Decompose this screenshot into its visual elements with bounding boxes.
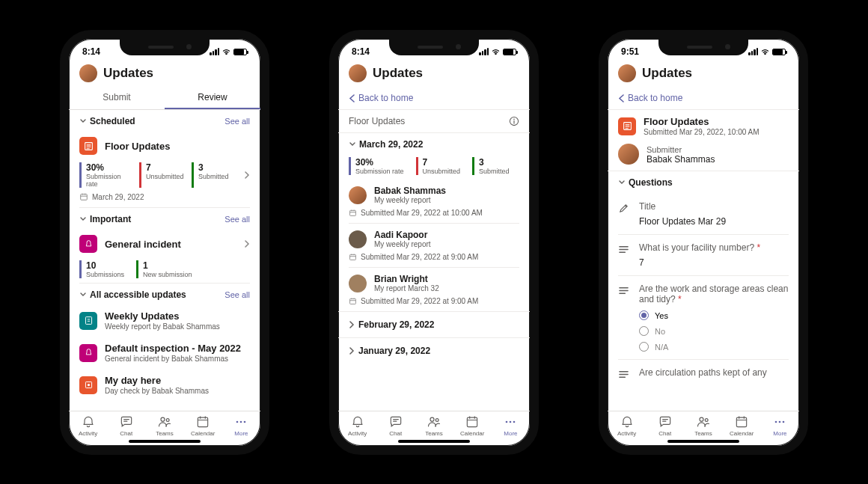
svg-point-24: [705, 419, 708, 422]
list-item-my-day[interactable]: My day here Day check by Babak Shammas: [79, 369, 250, 401]
inspection-icon: [79, 344, 97, 362]
seeall-important[interactable]: See all: [224, 215, 250, 224]
svg-rect-15: [350, 298, 356, 304]
chevron-right-icon: [349, 347, 355, 355]
nav-activity[interactable]: Activity: [69, 414, 107, 437]
svg-point-8: [236, 421, 239, 423]
nav-calendar[interactable]: Calendar: [723, 414, 761, 437]
tab-review[interactable]: Review: [165, 87, 260, 109]
question-circulation: Are circulation paths kept of any: [608, 360, 799, 380]
submission-meta: Submitted Mar 29, 2022 at 9:00 AM: [349, 297, 519, 305]
back-to-home[interactable]: Back to home: [338, 87, 530, 109]
nav-activity[interactable]: Activity: [608, 414, 646, 437]
question-title: Title Floor Updates Mar 29: [608, 194, 799, 234]
notch: [658, 39, 748, 55]
info-icon[interactable]: [509, 116, 519, 126]
submitter-avatar: [618, 144, 639, 165]
stat-unsubmitted: 7Unsubmitted: [416, 157, 461, 175]
month-february[interactable]: February 29, 2022: [338, 312, 530, 337]
date-group-head[interactable]: March 29, 2022: [338, 133, 530, 154]
incident-title: General incident: [105, 239, 236, 250]
svg-point-6: [166, 419, 169, 422]
floor-updates-icon: [79, 137, 97, 155]
svg-point-26: [775, 421, 777, 423]
questions-head[interactable]: Questions: [608, 171, 799, 194]
seeall-accessible[interactable]: See all: [224, 290, 250, 299]
nav-teams[interactable]: Teams: [415, 414, 453, 437]
section-important-head: Important See all: [69, 208, 260, 229]
chevron-left-icon: [349, 94, 355, 102]
svg-rect-7: [198, 417, 208, 427]
nav-chat[interactable]: Chat: [646, 414, 684, 437]
signal-icon: [479, 48, 489, 55]
nav-calendar[interactable]: Calendar: [184, 414, 222, 437]
pencil-icon: [618, 203, 630, 214]
svg-point-4: [87, 384, 89, 386]
calendar-icon: [79, 192, 88, 201]
nav-teams[interactable]: Teams: [145, 414, 183, 437]
avatar: [349, 230, 367, 248]
chevron-down-icon: [79, 117, 87, 125]
nav-more[interactable]: More: [222, 414, 260, 437]
weekly-updates-icon: [79, 312, 97, 330]
user-avatar[interactable]: [79, 64, 97, 82]
floor-updates-title: Floor Updates: [105, 141, 250, 152]
radio-yes[interactable]: Yes: [639, 310, 789, 320]
submission-brian[interactable]: Brian WrightMy report March 32 Submitted…: [338, 268, 530, 311]
svg-point-17: [435, 419, 438, 422]
svg-rect-14: [350, 254, 356, 260]
battery-icon: [233, 49, 247, 55]
card-general-incident[interactable]: General incident 10Submissions 1New subm…: [69, 229, 260, 283]
text-icon: [618, 285, 630, 296]
radio-no[interactable]: No: [639, 326, 789, 336]
svg-point-28: [783, 421, 785, 423]
list-item-default-inspection[interactable]: Default inspection - May 2022 General in…: [79, 337, 250, 369]
stat-submissions: 10Submissions: [79, 260, 124, 278]
clock: 8:14: [82, 46, 100, 57]
floor-updates-icon: [618, 117, 636, 135]
app-title: Updates: [642, 66, 692, 81]
home-indicator: [129, 440, 201, 443]
nav-teams[interactable]: Teams: [684, 414, 722, 437]
svg-point-27: [779, 421, 781, 423]
submission-babak[interactable]: Babak ShammasMy weekly report Submitted …: [338, 180, 530, 223]
user-avatar[interactable]: [349, 64, 367, 82]
month-january[interactable]: January 29, 2022: [338, 338, 530, 364]
nav-more[interactable]: More: [492, 414, 530, 437]
battery-icon: [503, 49, 516, 55]
signal-icon: [210, 48, 219, 55]
user-avatar[interactable]: [618, 64, 636, 82]
tab-submit[interactable]: Submit: [69, 87, 165, 109]
nav-chat[interactable]: Chat: [376, 414, 415, 437]
radio-na[interactable]: N/A: [639, 342, 789, 352]
back-to-home[interactable]: Back to home: [608, 87, 799, 109]
home-indicator: [667, 440, 739, 443]
phone-floor-updates-detail: 8:14 Updates Back to home Floor Updates …: [329, 30, 539, 455]
svg-rect-18: [468, 417, 477, 427]
nav-calendar[interactable]: Calendar: [453, 414, 492, 437]
nav-activity[interactable]: Activity: [338, 414, 376, 437]
nav-more[interactable]: More: [761, 414, 799, 437]
submission-aadi[interactable]: Aadi KapoorMy weekly report Submitted Ma…: [338, 224, 530, 267]
svg-point-12: [513, 119, 515, 120]
stat-submitted: 3Submitted: [472, 157, 513, 175]
svg-rect-2: [85, 317, 91, 325]
section-accessible-head: All accessible updates See all: [69, 284, 260, 304]
card-floor-updates[interactable]: Floor Updates 30%Submission rate 7Unsubm…: [69, 131, 260, 207]
seeall-scheduled[interactable]: See all: [224, 117, 250, 126]
svg-point-23: [700, 417, 703, 421]
tab-bar: Submit Review: [69, 87, 260, 110]
avatar: [349, 186, 367, 204]
chevron-left-icon: [618, 94, 625, 102]
stat-new-submission: 1New submission: [136, 260, 192, 278]
battery-icon: [772, 49, 786, 55]
list-item-weekly-updates[interactable]: Weekly Updates Weekly report by Babak Sh…: [79, 304, 250, 337]
chevron-right-icon: [244, 239, 250, 248]
svg-point-10: [244, 421, 246, 423]
submitter-row: Submitter Babak Shammas: [618, 142, 789, 171]
nav-chat[interactable]: Chat: [107, 414, 145, 437]
submission-meta: Submitted Mar 29, 2022 at 9:00 AM: [349, 253, 519, 261]
text-icon: [618, 369, 630, 380]
chevron-right-icon: [244, 171, 250, 180]
chevron-down-icon: [618, 179, 626, 186]
